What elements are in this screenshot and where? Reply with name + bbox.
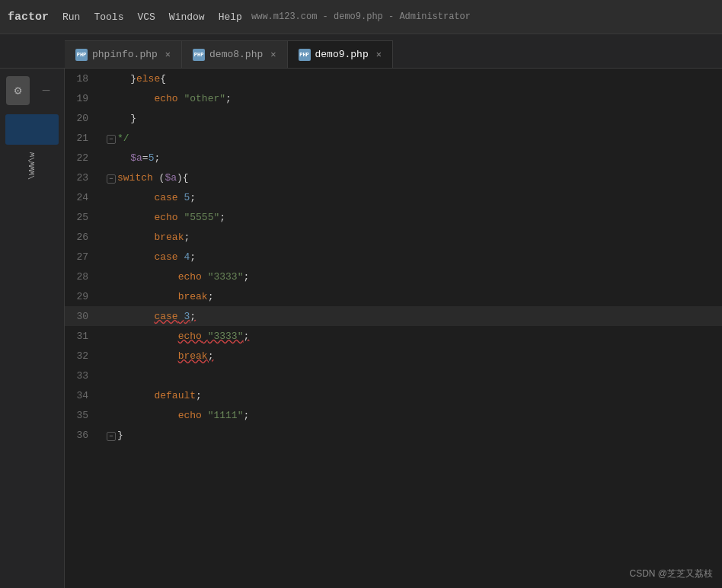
fold-icon-21[interactable]: − bbox=[107, 135, 116, 144]
menu-run[interactable]: Run bbox=[62, 11, 80, 23]
menu-bar: factor Run Tools VCS Window Help www.m12… bbox=[0, 0, 722, 34]
line-num-35: 35 bbox=[65, 410, 99, 421]
sidebar-minus[interactable]: — bbox=[34, 76, 58, 105]
menu-tools[interactable]: Tools bbox=[94, 11, 123, 23]
line-num-34: 34 bbox=[65, 390, 99, 401]
code-line-27: 27 case 4; bbox=[65, 247, 722, 267]
code-line-35: 35 echo "1111"; bbox=[65, 405, 722, 425]
line-content-35: echo "1111"; bbox=[99, 410, 722, 421]
line-num-23: 23 bbox=[65, 172, 99, 184]
code-line-26: 26 break; bbox=[65, 227, 722, 247]
code-line-23: 23 −switch ($a){ bbox=[65, 168, 722, 187]
line-num-33: 33 bbox=[65, 370, 99, 382]
code-line-31: 31 echo "3333"; bbox=[65, 326, 722, 346]
line-num-25: 25 bbox=[65, 212, 99, 223]
code-line-33: 33 bbox=[65, 366, 722, 385]
line-num-20: 20 bbox=[65, 113, 99, 124]
path-label: \WWW\w bbox=[28, 149, 37, 183]
menu-help[interactable]: Help bbox=[219, 11, 242, 23]
tab-phpinfo-close[interactable]: ✕ bbox=[165, 49, 171, 60]
line-num-27: 27 bbox=[65, 251, 99, 263]
line-num-32: 32 bbox=[65, 350, 99, 362]
line-content-19: echo "other"; bbox=[99, 93, 722, 104]
menu-window[interactable]: Window bbox=[169, 11, 205, 23]
line-content-23: −switch ($a){ bbox=[99, 172, 722, 184]
code-editor[interactable]: 18 }else{ 19 echo "other"; 20 } 21 −*/ 2… bbox=[65, 69, 722, 588]
code-line-24: 24 case 5; bbox=[65, 187, 722, 207]
code-line-30: 30 case 3; bbox=[65, 306, 722, 326]
code-line-28: 28 echo "3333"; bbox=[65, 267, 722, 286]
tab-demo8-label: demo8.php bbox=[209, 49, 263, 60]
line-content-18: }else{ bbox=[99, 73, 722, 85]
fold-icon-36[interactable]: − bbox=[107, 432, 116, 441]
line-num-28: 28 bbox=[65, 271, 99, 283]
code-line-21: 21 −*/ bbox=[65, 128, 722, 148]
line-num-26: 26 bbox=[65, 232, 99, 243]
code-line-20: 20 } bbox=[65, 108, 722, 128]
line-content-28: echo "3333"; bbox=[99, 271, 722, 283]
code-line-19: 19 echo "other"; bbox=[65, 88, 722, 108]
line-content-29: break; bbox=[99, 291, 722, 302]
sidebar: ⚙ — \WWW\w bbox=[0, 69, 65, 588]
tab-bar: PHP phpinfo.php ✕ PHP demo8.php ✕ PHP de… bbox=[0, 34, 722, 69]
tab-demo9-close[interactable]: ✕ bbox=[376, 49, 382, 60]
project-panel[interactable] bbox=[5, 114, 59, 145]
line-num-30: 30 bbox=[65, 311, 99, 322]
main-area: ⚙ — \WWW\w 18 }else{ 19 echo "other"; 20… bbox=[0, 69, 722, 588]
php-icon-2: PHP bbox=[193, 49, 205, 61]
line-content-32: break; bbox=[99, 350, 722, 362]
line-num-31: 31 bbox=[65, 331, 99, 342]
line-num-19: 19 bbox=[65, 93, 99, 104]
code-line-22: 22 $a=5; bbox=[65, 148, 722, 168]
code-line-32: 32 break; bbox=[65, 346, 722, 366]
tab-demo8[interactable]: PHP demo8.php ✕ bbox=[182, 40, 287, 68]
fold-icon-23[interactable]: − bbox=[107, 174, 116, 184]
tab-phpinfo[interactable]: PHP phpinfo.php ✕ bbox=[65, 40, 182, 68]
line-num-36: 36 bbox=[65, 430, 99, 441]
menu-vcs[interactable]: VCS bbox=[137, 11, 155, 23]
line-content-24: case 5; bbox=[99, 192, 722, 203]
line-num-22: 22 bbox=[65, 152, 99, 164]
settings-button[interactable]: ⚙ bbox=[6, 76, 30, 105]
php-icon-3: PHP bbox=[299, 49, 311, 61]
code-line-18: 18 }else{ bbox=[65, 69, 722, 88]
line-num-21: 21 bbox=[65, 133, 99, 144]
watermark: CSDN @芝芝又荔枝 bbox=[629, 567, 713, 580]
line-content-21: −*/ bbox=[99, 133, 722, 144]
line-content-34: default; bbox=[99, 390, 722, 401]
line-content-36: −} bbox=[99, 430, 722, 441]
line-num-29: 29 bbox=[65, 291, 99, 302]
tab-demo9[interactable]: PHP demo9.php ✕ bbox=[288, 40, 393, 68]
line-num-18: 18 bbox=[65, 73, 99, 85]
line-content-26: break; bbox=[99, 232, 722, 243]
line-content-30: case 3; bbox=[99, 311, 722, 322]
line-content-20: } bbox=[99, 113, 722, 124]
line-num-24: 24 bbox=[65, 192, 99, 203]
code-line-29: 29 break; bbox=[65, 286, 722, 306]
app-name: factor bbox=[8, 11, 49, 24]
code-line-36: 36 −} bbox=[65, 425, 722, 445]
code-line-25: 25 echo "5555"; bbox=[65, 207, 722, 227]
window-title: www.m123.com - demo9.php - Administrator bbox=[251, 11, 471, 22]
line-content-22: $a=5; bbox=[99, 152, 722, 164]
tab-phpinfo-label: phpinfo.php bbox=[92, 49, 158, 60]
code-line-34: 34 default; bbox=[65, 385, 722, 405]
tab-demo9-label: demo9.php bbox=[315, 49, 369, 60]
line-content-25: echo "5555"; bbox=[99, 212, 722, 223]
line-content-27: case 4; bbox=[99, 251, 722, 263]
php-icon-1: PHP bbox=[75, 49, 88, 61]
tab-demo8-close[interactable]: ✕ bbox=[270, 49, 276, 60]
line-content-31: echo "3333"; bbox=[99, 331, 722, 342]
